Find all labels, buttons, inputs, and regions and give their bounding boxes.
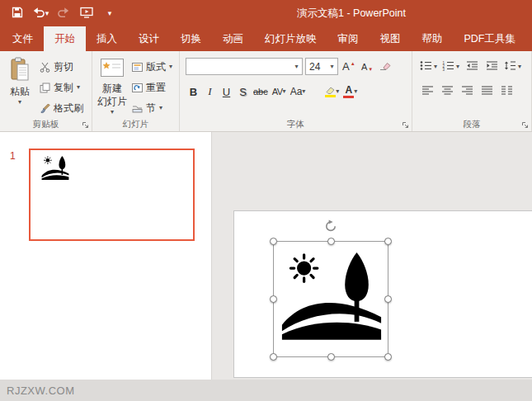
- bullets-button[interactable]: ▾: [418, 59, 439, 74]
- dropdown-caret-icon: ▾: [18, 99, 21, 106]
- layout-label: 版式: [146, 60, 166, 74]
- paragraph-dialog-launcher[interactable]: [520, 120, 530, 130]
- character-spacing-button[interactable]: AV▾: [271, 83, 288, 100]
- tab-slideshow[interactable]: 幻灯片放映: [254, 26, 327, 51]
- undo-dropdown-caret-icon[interactable]: ▾: [45, 9, 49, 17]
- font-color-swatch: [343, 96, 354, 98]
- dropdown-caret-icon: ▾: [518, 64, 521, 70]
- text-shadow-button[interactable]: S: [235, 83, 251, 100]
- save-button[interactable]: [7, 2, 28, 24]
- text-highlight-color-button[interactable]: ▾: [323, 83, 341, 100]
- layout-button[interactable]: 版式 ▾: [129, 59, 177, 75]
- align-right-button[interactable]: [458, 83, 476, 99]
- highlighter-pen-icon: [325, 87, 336, 97]
- tab-file[interactable]: 文件: [2, 26, 44, 51]
- arrow-down-icon: ▼: [368, 67, 373, 72]
- resize-handle-bottom-right[interactable]: [384, 353, 392, 361]
- tab-help[interactable]: 帮助: [412, 26, 454, 51]
- resize-handle-top-middle[interactable]: [327, 238, 335, 245]
- resize-handle-top-right[interactable]: [384, 238, 392, 245]
- dropdown-caret-icon: ▾: [77, 84, 80, 91]
- rotate-handle[interactable]: [323, 219, 338, 234]
- rotate-arrow-icon: [324, 219, 337, 233]
- char-spacing-letters: AV: [272, 87, 283, 97]
- tab-transitions[interactable]: 切换: [170, 26, 212, 51]
- ribbon-tab-bar: 文件 开始 插入 设计 切换 动画 幻灯片放映 审阅 视图 帮助 PDF工具集: [0, 26, 532, 51]
- customize-qat-button[interactable]: ▾: [99, 2, 120, 24]
- align-left-button[interactable]: [418, 83, 436, 99]
- increase-font-letter: A: [342, 60, 350, 73]
- clipboard-dialog-launcher[interactable]: [81, 120, 90, 130]
- font-size-value: 24: [306, 61, 327, 73]
- underline-button[interactable]: U: [219, 83, 234, 100]
- format-painter-button[interactable]: 格式刷: [37, 100, 89, 116]
- bottom-strip: RJZXW.COM: [0, 380, 532, 401]
- bold-button[interactable]: B: [186, 83, 201, 100]
- section-icon: [131, 104, 143, 113]
- slide-canvas: [212, 132, 532, 380]
- tab-review[interactable]: 审阅: [327, 26, 370, 51]
- tab-view[interactable]: 视图: [370, 26, 412, 51]
- resize-handle-middle-left[interactable]: [270, 295, 277, 303]
- decrease-font-letter: A: [361, 62, 367, 72]
- slides-group: 新建 幻灯片 ▾ 版式 ▾ 重置: [92, 51, 180, 131]
- decrease-font-size-button[interactable]: A▼: [360, 59, 375, 75]
- tab-animations[interactable]: 动画: [212, 26, 254, 51]
- align-right-icon: [461, 85, 473, 98]
- reset-slide-icon: [131, 83, 143, 92]
- reset-label: 重置: [146, 81, 166, 95]
- font-group-label: 字体: [180, 119, 412, 130]
- increase-indent-icon: [486, 60, 498, 73]
- tab-insert[interactable]: 插入: [86, 26, 128, 51]
- start-slideshow-button[interactable]: [76, 2, 97, 24]
- font-name-combobox[interactable]: ▾: [186, 58, 303, 75]
- format-painter-label: 格式刷: [54, 101, 83, 116]
- tab-pdf-tools[interactable]: PDF工具集: [454, 26, 527, 51]
- dropdown-caret-icon: ▾: [434, 64, 437, 70]
- window-title: 演示文稿1 - PowerPoint: [297, 0, 406, 26]
- picture-selection-box[interactable]: [273, 241, 388, 357]
- slide-1-thumbnail[interactable]: [29, 149, 195, 241]
- columns-button[interactable]: [497, 83, 516, 99]
- clear-formatting-button[interactable]: [378, 59, 393, 75]
- decrease-indent-icon: [466, 60, 478, 73]
- redo-button[interactable]: [53, 2, 74, 24]
- decrease-indent-button[interactable]: [463, 59, 481, 74]
- strikethrough-button[interactable]: abc: [252, 83, 270, 100]
- font-color-button[interactable]: A ▾: [341, 83, 359, 100]
- watermark-text: RJZXW.COM: [0, 384, 75, 397]
- copy-button[interactable]: 复制 ▾: [37, 79, 89, 96]
- resize-handle-middle-right[interactable]: [384, 295, 392, 303]
- font-size-combobox[interactable]: 24 ▾: [305, 58, 338, 75]
- resize-handle-top-left[interactable]: [270, 238, 277, 245]
- resize-handle-bottom-middle[interactable]: [327, 353, 335, 361]
- section-button[interactable]: 节 ▾: [129, 100, 177, 116]
- justify-button[interactable]: [478, 83, 496, 99]
- align-center-icon: [441, 85, 454, 98]
- powerpoint-window: ▾ ▾ 演示文稿1 - PowerPoint 文件 开始 插入 设计 切换 动画: [0, 0, 532, 401]
- justify-icon: [481, 85, 493, 98]
- resize-handle-bottom-left[interactable]: [270, 353, 277, 361]
- numbering-button[interactable]: 123 ▾: [440, 59, 461, 74]
- italic-button[interactable]: I: [202, 83, 218, 100]
- reset-button[interactable]: 重置: [129, 79, 177, 96]
- increase-font-size-button[interactable]: A▲: [341, 59, 357, 75]
- tab-home[interactable]: 开始: [44, 26, 86, 51]
- slide-editing-surface[interactable]: [233, 210, 532, 378]
- align-center-button[interactable]: [438, 83, 456, 99]
- paste-button[interactable]: 粘贴 ▾: [2, 54, 37, 118]
- scissors-icon: [39, 62, 50, 73]
- landscape-clipart-image[interactable]: [280, 249, 383, 340]
- svg-text:3: 3: [443, 67, 445, 71]
- line-spacing-button[interactable]: ▾: [502, 59, 523, 74]
- undo-button[interactable]: ▾: [30, 2, 51, 24]
- new-slide-button[interactable]: 新建 幻灯片 ▾: [95, 54, 129, 118]
- increase-indent-button[interactable]: [483, 59, 501, 74]
- font-dialog-launcher[interactable]: [401, 120, 410, 130]
- clipboard-small-buttons: 剪切 复制 ▾ 格式刷: [37, 54, 89, 118]
- cut-button[interactable]: 剪切: [37, 59, 89, 75]
- change-case-button[interactable]: Aa▾: [289, 83, 308, 100]
- shadow-letter: S: [239, 86, 247, 98]
- tab-design[interactable]: 设计: [128, 26, 170, 51]
- copy-label: 复制: [54, 81, 73, 95]
